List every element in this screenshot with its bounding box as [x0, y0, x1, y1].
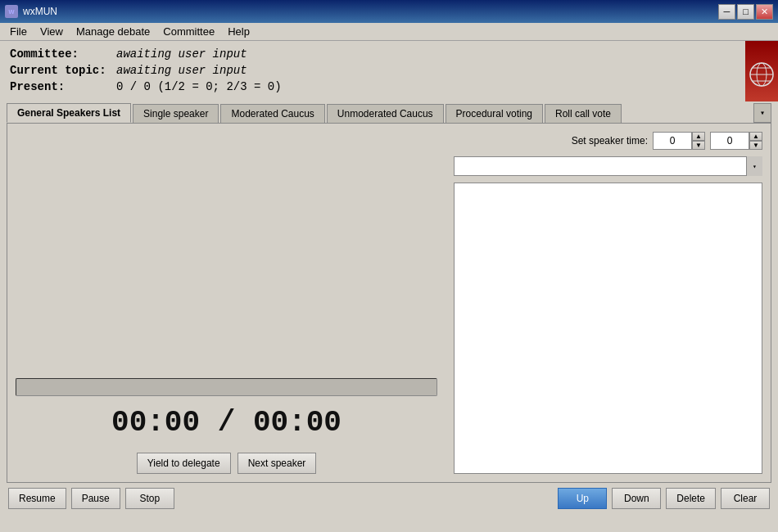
time-input-seconds[interactable] [710, 132, 749, 150]
time-input-minutes[interactable] [653, 132, 692, 150]
delegate-list-box[interactable] [454, 183, 762, 474]
menu-view[interactable]: View [34, 24, 70, 39]
tab-general-speakers-list[interactable]: General Speakers List [7, 103, 131, 123]
tab-moderated-caucus[interactable]: Moderated Caucus [220, 104, 324, 123]
time-input-group-2: ▲ ▼ [710, 132, 762, 150]
close-button[interactable]: ✕ [756, 4, 773, 20]
menu-file[interactable]: File [3, 24, 34, 39]
tabs: General Speakers List Single speaker Mod… [7, 103, 771, 123]
present-value: 0 / 0 (1/2 = 0; 2/3 = 0) [116, 80, 282, 93]
resume-button[interactable]: Resume [8, 488, 66, 509]
delete-button[interactable]: Delete [666, 488, 716, 509]
up-button[interactable]: Up [558, 488, 607, 509]
down-button[interactable]: Down [612, 488, 661, 509]
app-title: wxMUN [23, 6, 57, 17]
topic-value: awaiting user input [116, 64, 247, 77]
pause-button[interactable]: Pause [71, 488, 120, 509]
committee-row: Committee: awaiting user input [10, 47, 768, 61]
delegate-dropdown-wrapper: ▾ [454, 156, 762, 176]
speaker-action-buttons: Yield to delegate Next speaker [16, 453, 437, 474]
app-icon: w [5, 5, 18, 18]
info-area: Committee: awaiting user input Current t… [0, 41, 778, 100]
speakers-list-area [16, 132, 437, 372]
menu-bar: File View Manage debate Committee Help [0, 23, 778, 41]
timer-display: 00:00 / 00:00 [16, 403, 437, 443]
tabs-dropdown-button[interactable]: ▾ [753, 103, 771, 123]
tab-unmoderated-caucus[interactable]: Unmoderated Caucus [327, 104, 444, 123]
topic-row: Current topic: awaiting user input [10, 64, 768, 77]
set-speaker-time-label: Set speaker time: [572, 135, 648, 147]
committee-value: awaiting user input [116, 47, 247, 61]
maximize-button[interactable]: □ [737, 4, 754, 20]
tab-panel: General Speakers List Single speaker Mod… [7, 103, 771, 123]
committee-label: Committee: [10, 47, 116, 61]
main-content: 00:00 / 00:00 Yield to delegate Next spe… [7, 123, 771, 483]
stop-button[interactable]: Stop [125, 488, 174, 509]
next-speaker-button[interactable]: Next speaker [237, 453, 317, 474]
present-label: Present: [10, 80, 116, 93]
delegate-dropdown[interactable] [454, 156, 762, 176]
menu-manage-debate[interactable]: Manage debate [70, 24, 156, 39]
tab-procedural-voting[interactable]: Procedural voting [446, 104, 543, 123]
tab-single-speaker[interactable]: Single speaker [133, 104, 219, 123]
time-input-seconds-down[interactable]: ▼ [749, 141, 762, 150]
time-input-minutes-up[interactable]: ▲ [692, 132, 705, 141]
yield-to-delegate-button[interactable]: Yield to delegate [137, 453, 231, 474]
menu-committee[interactable]: Committee [156, 24, 221, 39]
tab-roll-call-vote[interactable]: Roll call vote [545, 104, 622, 123]
time-input-seconds-up[interactable]: ▲ [749, 132, 762, 141]
time-input-group-1: ▲ ▼ [653, 132, 705, 150]
minimize-button[interactable]: ─ [718, 4, 735, 20]
present-row: Present: 0 / 0 (1/2 = 0; 2/3 = 0) [10, 80, 768, 93]
un-logo [745, 41, 778, 101]
set-speaker-time-row: Set speaker time: ▲ ▼ ▲ ▼ [454, 132, 762, 150]
time-input-minutes-down[interactable]: ▼ [692, 141, 705, 150]
bottom-buttons: Resume Pause Stop Up Down Delete Clear [0, 483, 778, 514]
topic-label: Current topic: [10, 64, 116, 77]
title-bar: w wxMUN ─ □ ✕ [0, 0, 778, 23]
progress-bar [16, 378, 437, 396]
right-panel: Set speaker time: ▲ ▼ ▲ ▼ ▾ [446, 124, 771, 482]
menu-help[interactable]: Help [221, 24, 256, 39]
left-panel: 00:00 / 00:00 Yield to delegate Next spe… [7, 124, 446, 482]
clear-button[interactable]: Clear [721, 488, 770, 509]
